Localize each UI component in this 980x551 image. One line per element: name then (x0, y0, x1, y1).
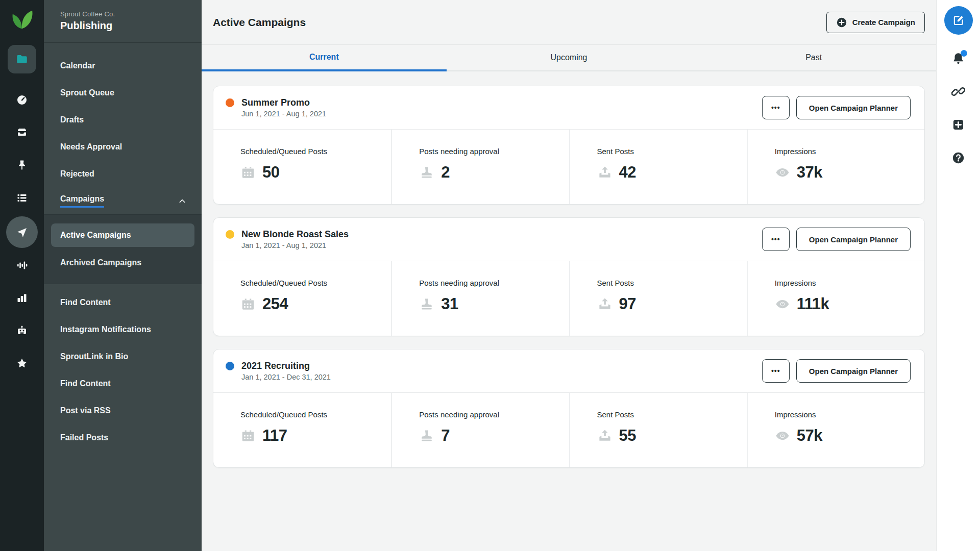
stat-value: 2 (441, 163, 450, 182)
stat-value: 31 (441, 295, 458, 313)
campaign-date-range: Jan 1, 2021 - Dec 31, 2021 (241, 373, 331, 381)
send-tray-icon (597, 165, 612, 180)
sidebar-item-calendar[interactable]: Calendar (44, 52, 202, 79)
stat-scheduled-queued-posts: Scheduled/Queued Posts 50 (213, 130, 391, 204)
campaign-titles: 2021 Recruiting Jan 1, 2021 - Dec 31, 20… (241, 361, 331, 381)
sidebar-item-sproutlink-in-bio[interactable]: SproutLink in Bio (44, 343, 202, 370)
stat-value: 42 (619, 163, 636, 182)
compose-pencil-icon (952, 14, 965, 27)
help-icon[interactable] (951, 151, 965, 165)
campaign-date-range: Jun 1, 2021 - Aug 1, 2021 (241, 110, 326, 118)
eye-icon (775, 428, 790, 443)
create-campaign-button[interactable]: Create Campaign (826, 12, 925, 33)
send-tray-icon (597, 428, 612, 443)
campaign-actions: ••• Open Campaign Planner (762, 359, 911, 383)
utility-rail (936, 0, 980, 551)
notification-badge (961, 50, 967, 57)
campaign-overflow-menu-button[interactable]: ••• (762, 359, 790, 383)
stat-value: 97 (619, 295, 636, 313)
sidebar-item-find-content[interactable]: Find Content (44, 289, 202, 316)
campaign-list: Summer Promo Jun 1, 2021 - Aug 1, 2021 •… (202, 71, 936, 551)
publishing-sidebar: Sprout Coffee Co. Publishing Calendar Sp… (44, 0, 202, 551)
sidebar-item-rejected[interactable]: Rejected (44, 160, 202, 187)
page-title: Active Campaigns (213, 16, 306, 29)
add-square-icon[interactable] (951, 118, 965, 132)
sidebar-item-campaigns[interactable]: Campaigns (44, 187, 202, 214)
stat-value: 57k (797, 427, 822, 445)
stat-sent-posts: Sent Posts 42 (569, 130, 747, 204)
queue-list-icon[interactable] (16, 192, 28, 204)
campaign-name: Summer Promo (241, 97, 326, 108)
tab-upcoming[interactable]: Upcoming (447, 45, 692, 71)
tab-current[interactable]: Current (202, 45, 447, 71)
campaign-actions: ••• Open Campaign Planner (762, 96, 911, 119)
stat-scheduled-queued-posts: Scheduled/Queued Posts 254 (213, 261, 391, 336)
campaign-color-dot (226, 98, 234, 107)
sidebar-menu: Calendar Sprout Queue Drafts Needs Appro… (44, 43, 202, 214)
campaign-name: New Blonde Roast Sales (241, 229, 349, 240)
campaign-tabs: Current Upcoming Past (202, 45, 936, 71)
notifications-button[interactable] (951, 52, 965, 65)
stat-impressions: Impressions 37k (747, 130, 924, 204)
sidebar-item-needs-approval[interactable]: Needs Approval (44, 133, 202, 160)
campaign-card: Summer Promo Jun 1, 2021 - Aug 1, 2021 •… (213, 86, 925, 205)
stat-value: 7 (441, 427, 450, 445)
page-header: Active Campaigns Create Campaign (202, 0, 936, 45)
paper-plane-icon (16, 226, 28, 238)
sidebar-item-drafts[interactable]: Drafts (44, 106, 202, 133)
stat-value: 50 (262, 163, 279, 182)
sidebar-item-find-content-2[interactable]: Find Content (44, 370, 202, 397)
stat-impressions: Impressions 111k (747, 261, 924, 336)
stat-impressions: Impressions 57k (747, 393, 924, 467)
eye-icon (775, 165, 790, 180)
waveform-icon[interactable] (16, 259, 28, 271)
calendar-icon (240, 165, 256, 180)
bot-icon[interactable] (16, 324, 28, 337)
stamp-icon (419, 428, 434, 443)
bar-chart-icon[interactable] (16, 292, 28, 304)
publishing-active-circle[interactable] (6, 216, 38, 248)
stat-value: 254 (262, 295, 288, 313)
chevron-up-icon (178, 197, 186, 205)
gauge-icon[interactable] (16, 94, 28, 106)
sidebar-item-post-via-rss[interactable]: Post via RSS (44, 397, 202, 424)
stamp-icon (419, 296, 434, 312)
campaign-overflow-menu-button[interactable]: ••• (762, 228, 790, 251)
campaign-name: 2021 Recruiting (241, 361, 331, 371)
sprout-logo-icon[interactable] (10, 7, 34, 30)
campaigns-submenu: Active Campaigns Archived Campaigns (44, 214, 202, 284)
pin-icon[interactable] (16, 159, 28, 171)
tab-past[interactable]: Past (691, 45, 936, 71)
campaign-date-range: Jan 1, 2021 - Aug 1, 2021 (241, 241, 349, 249)
stat-sent-posts: Sent Posts 97 (569, 261, 747, 336)
open-campaign-planner-button[interactable]: Open Campaign Planner (796, 359, 911, 383)
sidebar-item-failed-posts[interactable]: Failed Posts (44, 424, 202, 451)
campaign-card: 2021 Recruiting Jan 1, 2021 - Dec 31, 20… (213, 349, 925, 468)
app-window: Sprout Coffee Co. Publishing Calendar Sp… (0, 0, 980, 551)
plus-circle-icon (836, 17, 847, 28)
eye-icon (775, 296, 790, 312)
stat-posts-needing-approval: Posts needing approval 31 (391, 261, 569, 336)
send-tray-icon (597, 296, 612, 312)
inbox-icon[interactable] (16, 127, 28, 139)
star-icon[interactable] (16, 357, 28, 369)
sidebar-item-sprout-queue[interactable]: Sprout Queue (44, 79, 202, 106)
campaign-card-header: Summer Promo Jun 1, 2021 - Aug 1, 2021 •… (213, 86, 924, 129)
campaign-stats-row: Scheduled/Queued Posts 50 Posts needing … (213, 129, 924, 204)
campaign-overflow-menu-button[interactable]: ••• (762, 96, 790, 119)
campaign-titles: Summer Promo Jun 1, 2021 - Aug 1, 2021 (241, 97, 326, 118)
campaign-titles: New Blonde Roast Sales Jan 1, 2021 - Aug… (241, 229, 349, 249)
open-campaign-planner-button[interactable]: Open Campaign Planner (796, 228, 911, 251)
stat-scheduled-queued-posts: Scheduled/Queued Posts 117 (213, 393, 391, 467)
stat-value: 37k (797, 163, 822, 182)
campaign-card-header: New Blonde Roast Sales Jan 1, 2021 - Aug… (213, 218, 924, 261)
sidebar-item-instagram-notifications[interactable]: Instagram Notifications (44, 316, 202, 343)
campaign-actions: ••• Open Campaign Planner (762, 228, 911, 251)
compose-button[interactable] (944, 6, 973, 35)
open-campaign-planner-button[interactable]: Open Campaign Planner (796, 96, 911, 119)
campaign-stats-row: Scheduled/Queued Posts 117 Posts needing… (213, 392, 924, 467)
link-icon[interactable] (951, 85, 965, 98)
sidebar-item-active-campaigns[interactable]: Active Campaigns (51, 223, 194, 247)
compose-folder-active-highlight[interactable] (8, 45, 36, 73)
sidebar-item-archived-campaigns[interactable]: Archived Campaigns (51, 251, 194, 274)
